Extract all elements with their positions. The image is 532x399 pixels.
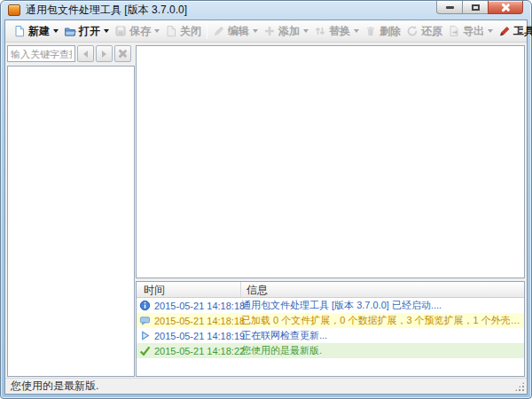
log-column-time[interactable]: 时间 (137, 282, 241, 297)
app-window: 通用包文件处理工具 [版本 3.7.0.0] 新建 打开 保存 (0, 0, 532, 399)
save-icon (114, 25, 127, 37)
content-area: 时间 信息 2015-05-21 14:18:18 通用包文件处理工具 [版本 … (5, 43, 527, 378)
restore-undo-icon (406, 25, 419, 37)
export-icon (448, 25, 460, 37)
toolbar-button-label: 替换 (329, 24, 350, 39)
arrow-left-icon (83, 51, 88, 58)
resize-grip[interactable] (514, 381, 525, 392)
chevron-down-icon[interactable] (354, 29, 359, 33)
toolbar-button-label: 打开 (79, 24, 100, 39)
minimize-icon (446, 6, 454, 9)
overflow-icon (518, 28, 523, 30)
toolbar-button-tools[interactable]: 工具(T) (496, 22, 532, 41)
statusbar: 您使用的是最新版. (5, 378, 527, 394)
status-text: 您使用的是最新版. (11, 379, 98, 394)
left-panel (7, 45, 135, 377)
log-row[interactable]: 2015-05-21 14:18:19 正在联网检查更新... (137, 328, 524, 343)
comment-icon (139, 315, 151, 326)
find-previous-button[interactable] (77, 45, 94, 62)
log-message: 已加载 0 个文件扩展，0 个数据扩展，3 个预览扩展，1 个外壳扩展，0 个.… (241, 314, 524, 327)
minimize-button[interactable] (436, 1, 463, 14)
clear-icon (119, 50, 127, 58)
toolbar-overflow-button[interactable] (515, 24, 526, 39)
chevron-down-icon[interactable] (488, 29, 493, 33)
toolbar-button-label: 保存 (129, 24, 151, 39)
open-folder-icon (64, 25, 76, 37)
maximize-icon (472, 4, 480, 11)
maximize-button[interactable] (463, 1, 488, 14)
log-column-message[interactable]: 信息 (241, 282, 524, 297)
log-message: 通用包文件处理工具 [版本 3.7.0.0] 已经启动.... (241, 299, 524, 312)
find-next-button[interactable] (96, 45, 113, 62)
chevron-down-icon[interactable] (303, 29, 309, 33)
log-panel: 时间 信息 2015-05-21 14:18:18 通用包文件处理工具 [版本 … (136, 281, 525, 377)
toolbar-button-close-file[interactable]: 关闭 (162, 22, 204, 41)
toolbar-button-label: 导出 (463, 24, 484, 39)
app-icon (8, 4, 20, 16)
add-plus-icon (263, 25, 276, 37)
close-button[interactable] (488, 1, 523, 14)
log-time: 2015-05-21 14:18:22 (154, 346, 245, 356)
toolbar-button-replace[interactable]: 替换 (311, 22, 362, 41)
log-time: 2015-05-21 14:18:18 (154, 316, 245, 326)
toolbar-button-label: 删除 (379, 24, 401, 39)
chevron-down-icon[interactable] (53, 29, 59, 33)
tools-pen-icon (498, 25, 511, 37)
close-file-icon (165, 25, 177, 37)
titlebar[interactable]: 通用包文件处理工具 [版本 3.7.0.0] (1, 1, 531, 20)
chevron-down-icon[interactable] (104, 29, 109, 33)
search-input[interactable] (7, 45, 75, 62)
log-row[interactable]: 2015-05-21 14:18:18 通用包文件处理工具 [版本 3.7.0.… (137, 298, 524, 313)
arrow-right-icon (102, 51, 106, 58)
toolbar-button-export[interactable]: 导出 (445, 22, 496, 41)
toolbar-button-open[interactable]: 打开 (61, 22, 112, 41)
window-title: 通用包文件处理工具 [版本 3.7.0.0] (26, 3, 187, 18)
toolbar-button-label: 添加 (278, 24, 300, 39)
log-time: 2015-05-21 14:18:19 (154, 331, 245, 341)
log-row[interactable]: 2015-05-21 14:18:18 已加载 0 个文件扩展，0 个数据扩展，… (137, 313, 524, 328)
document-view[interactable] (136, 45, 525, 278)
search-row (7, 45, 135, 62)
toolbar-button-edit[interactable]: 编辑 (210, 22, 261, 41)
replace-arrows-icon (314, 25, 326, 37)
chevron-down-icon[interactable] (253, 29, 258, 33)
toolbar-button-add[interactable]: 添加 (261, 22, 311, 41)
package-tree-view[interactable] (7, 66, 135, 377)
clear-search-button[interactable] (114, 45, 131, 62)
toolbar-button-delete[interactable]: 删除 (362, 22, 403, 41)
toolbar-separator (207, 24, 207, 39)
log-message: 正在联网检查更新... (241, 329, 524, 342)
toolbar-button-restore[interactable]: 还原 (403, 22, 445, 41)
new-document-icon (13, 25, 26, 37)
check-icon (139, 345, 151, 356)
toolbar-button-label: 新建 (28, 24, 50, 39)
toolbar: 新建 打开 保存 关闭 编辑 (5, 20, 527, 43)
toolbar-button-label: 编辑 (228, 24, 249, 39)
edit-pencil-icon (213, 25, 225, 37)
play-icon (139, 330, 151, 341)
delete-trash-icon (364, 25, 377, 37)
chevron-down-icon[interactable] (154, 29, 160, 33)
log-row[interactable]: 2015-05-21 14:18:22 您使用的是最新版. (137, 343, 524, 358)
close-icon (501, 3, 510, 12)
toolbar-button-label: 关闭 (180, 24, 201, 39)
toolbar-button-save[interactable]: 保存 (112, 22, 162, 41)
log-header: 时间 信息 (137, 282, 524, 298)
toolbar-button-label: 还原 (421, 24, 442, 39)
log-message: 您使用的是最新版. (241, 344, 524, 357)
chevron-down-icon (518, 32, 523, 35)
client-area: 新建 打开 保存 关闭 编辑 (4, 20, 528, 395)
info-icon (139, 300, 151, 311)
toolbar-button-new[interactable]: 新建 (11, 22, 61, 41)
log-time: 2015-05-21 14:18:18 (154, 301, 245, 311)
